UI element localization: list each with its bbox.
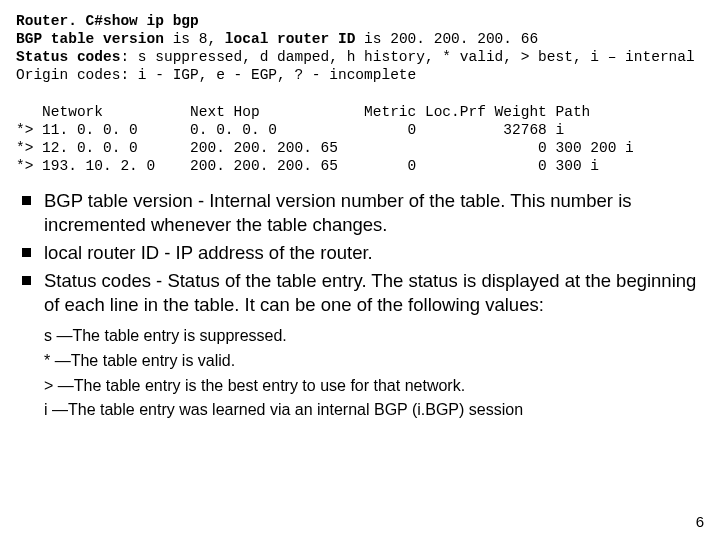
bgp-table-version-key: BGP table version (16, 31, 164, 47)
status-codes-sublist: s —The table entry is suppressed. * —The… (16, 325, 704, 420)
command: show ip bgp (103, 13, 199, 29)
table-row: *> 193. 10. 2. 0 200. 200. 200. 65 0 0 3… (16, 158, 599, 174)
bullet-status-codes: Status codes - Status of the table entry… (16, 269, 704, 317)
terminal-output: Router. C#show ip bgp BGP table version … (16, 12, 704, 175)
status-code-i: i —The table entry was learned via an in… (44, 399, 704, 421)
bullet-list: BGP table version - Internal version num… (16, 189, 704, 317)
status-codes-key: Status codes (16, 49, 120, 65)
status-code-star: * —The table entry is valid. (44, 350, 704, 372)
table-row: *> 12. 0. 0. 0 200. 200. 200. 65 0 300 2… (16, 140, 634, 156)
prompt: Router. C# (16, 13, 103, 29)
bullet-term: BGP table version (44, 190, 193, 211)
text: is 8, (164, 31, 225, 47)
bullet-local-router-id: local router ID - IP address of the rout… (16, 241, 704, 265)
text: is 200. 200. 200. 66 (355, 31, 538, 47)
text: : s suppressed, d damped, h history, * v… (120, 49, 694, 65)
table-header: Network Next Hop Metric Loc.Prf Weight P… (16, 104, 590, 120)
status-code-s: s —The table entry is suppressed. (44, 325, 704, 347)
bullet-bgp-table-version: BGP table version - Internal version num… (16, 189, 704, 237)
bullet-term: Status codes (44, 270, 151, 291)
table-row: *> 11. 0. 0. 0 0. 0. 0. 0 0 32768 i (16, 122, 564, 138)
local-router-id-key: local router ID (225, 31, 356, 47)
page-number: 6 (696, 513, 704, 530)
status-code-gt: > —The table entry is the best entry to … (44, 375, 704, 397)
bullet-desc: - IP address of the router. (159, 242, 373, 263)
origin-codes-line: Origin codes: i - IGP, e - EGP, ? - inco… (16, 67, 416, 83)
bullet-term: local router ID (44, 242, 159, 263)
